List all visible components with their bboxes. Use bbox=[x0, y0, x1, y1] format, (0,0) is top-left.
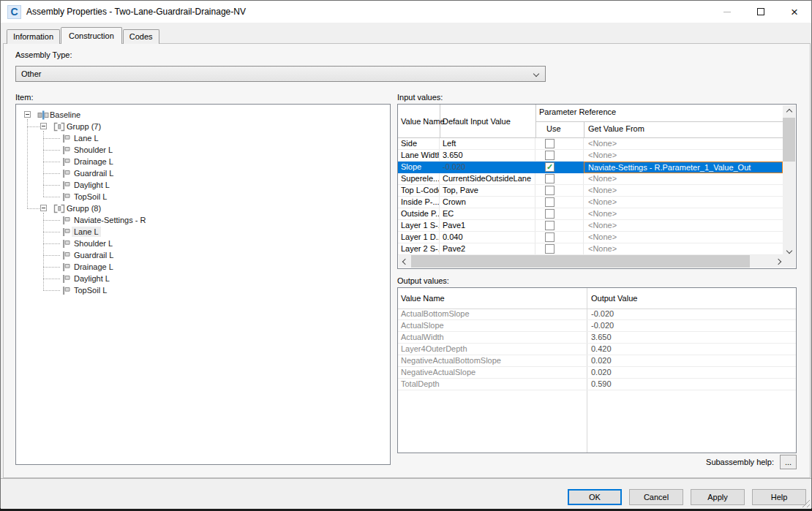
tree-item-topsoil-l[interactable]: TopSoil L bbox=[16, 191, 390, 202]
input-get-value-from[interactable]: <None> bbox=[584, 197, 783, 208]
input-get-value-from[interactable]: <None> bbox=[584, 150, 783, 161]
input-row-layer-1-s[interactable]: Layer 1 S-...Pave1<None> bbox=[398, 220, 783, 232]
assembly-type-select[interactable]: Other bbox=[15, 66, 546, 82]
input-get-value-from[interactable]: <None> bbox=[584, 138, 783, 149]
tree-collapse-toggle[interactable] bbox=[24, 111, 31, 118]
vertical-scroll-thumb[interactable] bbox=[783, 118, 795, 162]
input-row-outside-p[interactable]: Outside P...EC<None> bbox=[398, 208, 783, 220]
input-row-layer-2-s[interactable]: Layer 2 S-...Pave2<None> bbox=[398, 243, 783, 255]
input-default-value[interactable]: Left bbox=[440, 138, 535, 149]
checkbox-unchecked[interactable] bbox=[545, 197, 555, 207]
tree-item-shoulder-l[interactable]: Shoulder L bbox=[16, 144, 390, 156]
close-button[interactable]: × bbox=[778, 1, 811, 23]
output-row-negativeactualbottomslope[interactable]: NegativeActualBottomSlope0.020 bbox=[398, 355, 796, 367]
input-default-value[interactable]: EC bbox=[440, 208, 535, 219]
checkbox-unchecked[interactable] bbox=[545, 174, 555, 183]
cancel-button[interactable]: Cancel bbox=[629, 489, 683, 505]
input-get-value-from[interactable]: <None> bbox=[584, 208, 783, 219]
input-get-value-from[interactable]: <None> bbox=[584, 185, 783, 196]
input-get-value-from[interactable]: <None> bbox=[584, 173, 783, 184]
output-row-negativeactualslope[interactable]: NegativeActualSlope0.020 bbox=[398, 367, 796, 379]
tree-collapse-toggle[interactable] bbox=[40, 123, 47, 129]
tree-item-lane-l[interactable]: Lane L bbox=[16, 132, 390, 144]
tree-connector bbox=[43, 162, 60, 162]
input-table-horizontal-scrollbar[interactable] bbox=[399, 255, 784, 268]
output-row-actualslope[interactable]: ActualSlope-0.020 bbox=[398, 320, 796, 332]
checkbox-unchecked[interactable] bbox=[545, 221, 555, 230]
scroll-left-icon[interactable] bbox=[399, 255, 411, 268]
input-value-name[interactable]: Slope bbox=[398, 162, 440, 173]
tree-item-guardrail-l[interactable]: Guardrail L bbox=[16, 249, 390, 261]
scroll-up-icon[interactable] bbox=[783, 105, 795, 118]
output-row-totaldepth[interactable]: TotalDepth0.590 bbox=[398, 379, 796, 390]
output-row-actualwidth[interactable]: ActualWidth3.650 bbox=[398, 332, 796, 344]
input-default-value[interactable]: CurrentSideOutsideLane bbox=[440, 173, 535, 184]
input-value-name[interactable]: Superele... bbox=[398, 173, 440, 184]
tree-item-topsoil-l[interactable]: TopSoil L bbox=[16, 284, 390, 296]
tree-item-grupp-7[interactable]: Grupp (7) bbox=[16, 121, 390, 132]
checkbox-unchecked[interactable] bbox=[545, 244, 555, 254]
horizontal-scroll-thumb[interactable] bbox=[411, 255, 750, 268]
input-row-layer-1-d[interactable]: Layer 1 D...0.040<None> bbox=[398, 232, 783, 243]
ok-button[interactable]: OK bbox=[568, 489, 622, 505]
input-value-name[interactable]: Side bbox=[398, 138, 440, 149]
input-table-vertical-scrollbar[interactable] bbox=[783, 105, 795, 257]
minimize-button[interactable] bbox=[710, 1, 744, 23]
checkbox-unchecked[interactable] bbox=[545, 139, 555, 148]
tree-item-guardrail-l[interactable]: Guardrail L bbox=[16, 167, 390, 179]
checkbox-unchecked[interactable] bbox=[545, 232, 555, 242]
checkbox-unchecked[interactable] bbox=[545, 151, 555, 160]
input-get-value-from[interactable]: <None> bbox=[584, 243, 783, 254]
tab-codes[interactable]: Codes bbox=[123, 29, 159, 44]
input-get-value-from[interactable]: Naviate-Settings - R.Parameter_1_Value_O… bbox=[584, 162, 783, 173]
input-value-name[interactable]: Layer 1 S-... bbox=[398, 220, 440, 231]
tree-item-naviate-settings-r[interactable]: Naviate-Settings - R bbox=[16, 214, 390, 226]
input-default-value[interactable]: Pave1 bbox=[440, 220, 535, 231]
input-row-lane-width[interactable]: Lane Width3.650<None> bbox=[398, 150, 783, 162]
tree-item-drainage-l[interactable]: Drainage L bbox=[16, 261, 390, 273]
input-get-value-from[interactable]: <None> bbox=[584, 220, 783, 231]
tree-item-shoulder-l[interactable]: Shoulder L bbox=[16, 238, 390, 249]
input-default-value[interactable]: 0.040 bbox=[440, 232, 535, 243]
item-tree: BaselineGrupp (7)Lane LShoulder LDrainag… bbox=[15, 104, 391, 465]
input-default-value[interactable]: 3.650 bbox=[440, 150, 535, 161]
tree-item-baseline[interactable]: Baseline bbox=[16, 109, 390, 121]
output-row-actualbottomslope[interactable]: ActualBottomSlope-0.020 bbox=[398, 309, 796, 320]
input-use-cell bbox=[535, 232, 584, 243]
input-row-inside-p[interactable]: Inside P-...Crown<None> bbox=[398, 197, 783, 208]
tree-item-drainage-l[interactable]: Drainage L bbox=[16, 156, 390, 167]
tree-item-daylight-l[interactable]: Daylight L bbox=[16, 179, 390, 191]
col-header-default-input-value: Default Input Value bbox=[443, 105, 511, 138]
tree-item-lane-l[interactable]: Lane L bbox=[16, 226, 390, 238]
input-get-value-from[interactable]: <None> bbox=[584, 232, 783, 243]
output-value: 0.020 bbox=[587, 367, 612, 378]
input-value-name[interactable]: Lane Width bbox=[398, 150, 440, 161]
input-row-slope[interactable]: Slope-0.020✓Naviate-Settings - R.Paramet… bbox=[398, 162, 783, 173]
input-value-name[interactable]: Layer 1 D... bbox=[398, 232, 440, 243]
checkbox-unchecked[interactable] bbox=[545, 209, 555, 219]
tab-construction[interactable]: Construction bbox=[61, 27, 122, 44]
input-default-value[interactable]: Crown bbox=[440, 197, 535, 208]
input-row-top-l-code[interactable]: Top L-CodeTop, Pave<None> bbox=[398, 185, 783, 197]
input-value-name[interactable]: Layer 2 S-... bbox=[398, 243, 440, 254]
subassembly-help-button[interactable]: ... bbox=[780, 455, 797, 469]
tree-item-daylight-l[interactable]: Daylight L bbox=[16, 273, 390, 284]
input-default-value[interactable]: Top, Pave bbox=[440, 185, 535, 196]
maximize-button[interactable] bbox=[744, 1, 778, 23]
help-button[interactable]: Help bbox=[752, 489, 806, 505]
tree-item-grupp-8[interactable]: Grupp (8) bbox=[16, 202, 390, 214]
col-header-value-name: Value Name bbox=[401, 105, 445, 138]
input-default-value[interactable]: Pave2 bbox=[440, 243, 535, 254]
input-default-value[interactable]: -0.020 bbox=[440, 162, 535, 173]
checkbox-checked[interactable]: ✓ bbox=[545, 162, 555, 172]
checkbox-unchecked[interactable] bbox=[545, 186, 555, 195]
apply-button[interactable]: Apply bbox=[691, 489, 745, 505]
tab-information[interactable]: Information bbox=[7, 29, 60, 44]
input-row-superele[interactable]: Superele...CurrentSideOutsideLane<None> bbox=[398, 173, 783, 185]
input-value-name[interactable]: Outside P... bbox=[398, 208, 440, 219]
input-value-name[interactable]: Top L-Code bbox=[398, 185, 440, 196]
input-row-side[interactable]: SideLeft<None> bbox=[398, 138, 783, 150]
tree-collapse-toggle[interactable] bbox=[40, 205, 47, 211]
output-row-layer4outerdepth[interactable]: Layer4OuterDepth0.420 bbox=[398, 344, 796, 355]
input-value-name[interactable]: Inside P-... bbox=[398, 197, 440, 208]
